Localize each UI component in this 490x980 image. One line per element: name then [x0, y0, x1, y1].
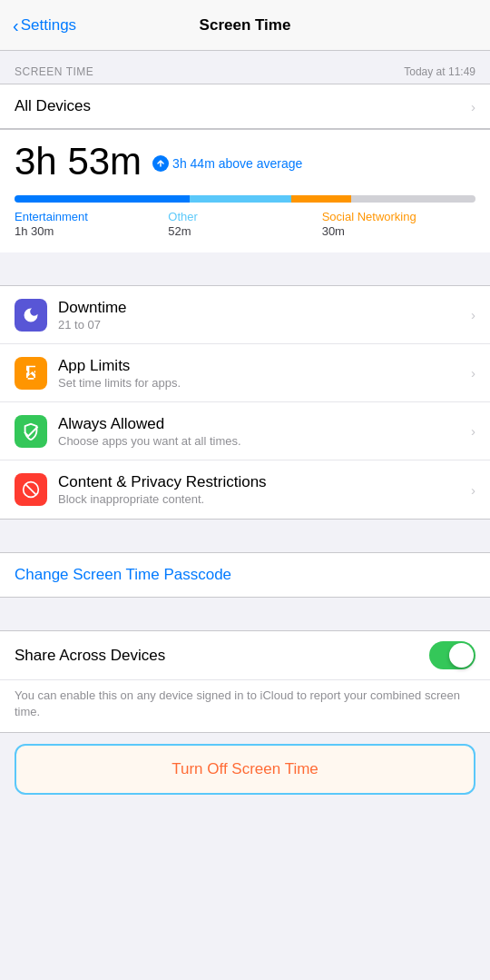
app-limits-title: App Limits [58, 357, 471, 375]
turn-off-label: Turn Off Screen Time [172, 760, 318, 778]
all-devices-label: All Devices [15, 97, 91, 115]
all-devices-row[interactable]: All Devices › [0, 84, 490, 129]
back-label: Settings [21, 16, 76, 35]
change-passcode-row[interactable]: Change Screen Time Passcode [0, 552, 490, 598]
progress-segment-social-networking [291, 195, 351, 203]
all-devices-chevron-icon: › [471, 99, 475, 114]
legend-category-label: Entertainment [15, 210, 168, 223]
nav-bar: ‹ Settings Screen Time [0, 0, 490, 51]
progress-segment-other [190, 195, 291, 203]
downtime-title: Downtime [58, 299, 471, 317]
list-item-downtime[interactable]: Downtime21 to 07› [0, 286, 490, 344]
legend-duration-value: 52m [168, 224, 321, 238]
share-row: Share Across Devices [0, 631, 490, 680]
section-time-label: Today at 11:49 [404, 65, 475, 78]
always-allowed-title: Always Allowed [58, 415, 471, 433]
list-item-app-limits[interactable]: App LimitsSet time limits for apps.› [0, 344, 490, 402]
usage-legend: Entertainment1h 30mOther52mSocial Networ… [15, 210, 475, 238]
turn-off-section: Turn Off Screen Time [0, 733, 490, 817]
app-limits-subtitle: Set time limits for apps. [58, 376, 471, 390]
list-item-always-allowed[interactable]: Always AllowedChoose apps you want at al… [0, 402, 490, 460]
above-average-text: 3h 44m above average [172, 156, 302, 171]
always-allowed-icon [15, 415, 47, 448]
always-allowed-content: Always AllowedChoose apps you want at al… [58, 415, 471, 448]
above-average-indicator: 3h 44m above average [152, 155, 302, 172]
page-title: Screen Time [200, 16, 291, 35]
legend-item-other: Other52m [168, 210, 321, 238]
back-chevron-icon: ‹ [13, 16, 19, 35]
turn-off-button[interactable]: Turn Off Screen Time [15, 744, 475, 795]
usage-total-time: 3h 53m [15, 141, 142, 183]
downtime-content: Downtime21 to 07 [58, 299, 471, 332]
menu-list: Downtime21 to 07›App LimitsSet time limi… [0, 285, 490, 520]
app-limits-icon [15, 357, 47, 390]
legend-duration-value: 30m [322, 224, 475, 238]
usage-progress-bar [15, 195, 475, 203]
back-button[interactable]: ‹ Settings [13, 16, 76, 35]
always-allowed-chevron-icon: › [471, 423, 475, 439]
legend-duration-value: 1h 30m [15, 224, 168, 238]
passcode-label: Change Screen Time Passcode [15, 566, 231, 583]
list-item-content-privacy[interactable]: Content & Privacy RestrictionsBlock inap… [0, 460, 490, 519]
app-limits-content: App LimitsSet time limits for apps. [58, 357, 471, 390]
downtime-subtitle: 21 to 07 [58, 318, 471, 332]
toggle-thumb [449, 643, 474, 668]
section-label-text: SCREEN TIME [15, 65, 93, 78]
section-gap-3 [0, 598, 490, 630]
above-average-icon [152, 155, 169, 172]
always-allowed-subtitle: Choose apps you want at all times. [58, 434, 471, 448]
section-gap-2 [0, 520, 490, 552]
content-privacy-title: Content & Privacy Restrictions [58, 473, 471, 491]
legend-item-social-networking: Social Networking30m [322, 210, 475, 238]
section-gap-1 [0, 252, 490, 285]
progress-segment- [351, 195, 475, 203]
usage-block: 3h 53m 3h 44m above average Entertainmen… [0, 129, 490, 252]
screen-time-section-header: SCREEN TIME Today at 11:49 [0, 51, 490, 84]
downtime-chevron-icon: › [471, 307, 475, 322]
app-limits-chevron-icon: › [471, 365, 475, 381]
share-description: You can enable this on any device signed… [0, 680, 490, 731]
legend-category-label: Other [168, 210, 321, 223]
content-privacy-subtitle: Block inappropriate content. [58, 492, 471, 506]
legend-item-entertainment: Entertainment1h 30m [15, 210, 168, 238]
content-privacy-chevron-icon: › [471, 482, 475, 498]
content-privacy-icon [15, 473, 47, 506]
share-section: Share Across Devices You can enable this… [0, 630, 490, 732]
content-privacy-content: Content & Privacy RestrictionsBlock inap… [58, 473, 471, 506]
share-toggle[interactable] [429, 641, 475, 669]
usage-header-row: 3h 53m 3h 44m above average [15, 141, 475, 186]
share-label: Share Across Devices [15, 647, 165, 665]
legend-category-label: Social Networking [322, 210, 475, 223]
downtime-icon [15, 299, 47, 332]
progress-segment-entertainment [15, 195, 190, 203]
svg-line-1 [25, 484, 36, 495]
